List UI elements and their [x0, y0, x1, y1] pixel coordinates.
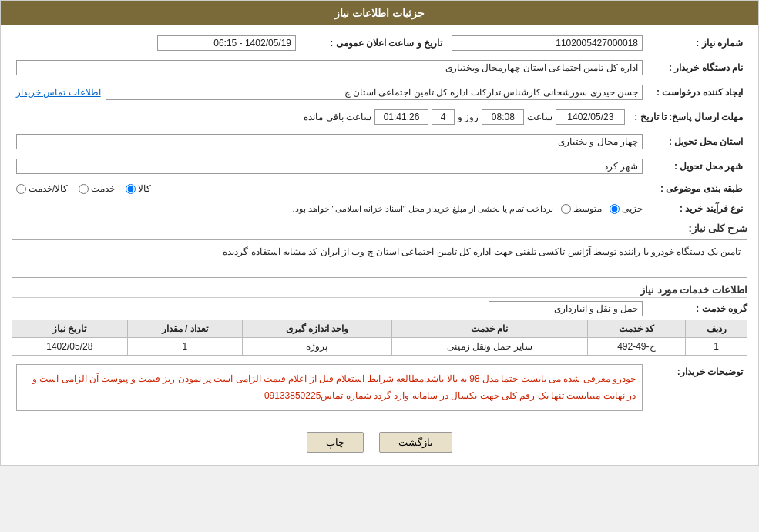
- process-type-row: نوع فرآیند خرید : جزیی متوسط پرداخت تمام…: [12, 201, 747, 216]
- cell-unit: پروژه: [242, 338, 391, 356]
- buyer-notes-text: خودرو معرفی شده می بایست حتما مدل 98 به …: [16, 364, 643, 411]
- page-container: جزئیات اطلاعات نیاز شماره نیاز : 1102005…: [0, 0, 759, 466]
- need-number-label: شماره نیاز :: [647, 33, 747, 53]
- col-name: نام خدمت: [391, 320, 587, 338]
- response-time-label: ساعت: [527, 112, 552, 122]
- cell-code: ح-49-492: [587, 338, 686, 356]
- category-label: طبقه بندی موضوعی :: [647, 181, 747, 196]
- service-group-row: گروه خدمت : حمل و نقل و انبارداری: [12, 301, 747, 316]
- response-deadline-row: مهلت ارسال پاسخ: تا تاریخ : 1402/05/23 س…: [12, 107, 747, 127]
- category-row: طبقه بندی موضوعی : کالا/خدمت خدمت کالا: [12, 181, 747, 196]
- col-quantity: تعداد / مقدار: [127, 320, 242, 338]
- buyer-org-label: نام دستگاه خریدار :: [647, 58, 747, 78]
- province-label: استان محل تحویل :: [647, 132, 747, 152]
- description-label: شرح کلی نیاز:: [12, 223, 747, 236]
- cell-name: سایر حمل ونقل زمینی: [391, 338, 587, 356]
- services-section-label: اطلاعات خدمات مورد نیاز: [12, 284, 747, 298]
- back-button[interactable]: بازگشت: [379, 432, 452, 453]
- category-kala[interactable]: کالا: [126, 183, 151, 194]
- service-group-value: حمل و نقل و انبارداری: [489, 301, 643, 316]
- response-days: 4: [432, 109, 455, 125]
- creator-label: ایجاد کننده درخواست :: [647, 82, 747, 102]
- buyer-org-row: نام دستگاه خریدار : اداره کل تامین اجتما…: [12, 58, 747, 78]
- cell-date: 1402/05/28: [12, 338, 128, 356]
- process-jozii[interactable]: جزیی: [610, 203, 643, 214]
- creator-value: جسن حیدری سورشجانی کارشناس تداركات اداره…: [106, 85, 643, 100]
- description-section: شرح کلی نیاز: تامین یک دستگاه خودرو با ر…: [12, 223, 747, 278]
- announce-date-label: تاریخ و ساعت اعلان عمومی :: [301, 33, 447, 53]
- main-content: شماره نیاز : 1102005427000018 تاریخ و سا…: [1, 25, 758, 465]
- category-kala-khadamat-label: کالا/خدمت: [29, 183, 68, 194]
- cell-row: 1: [686, 338, 747, 356]
- province-value: چهار محال و بختیاری: [16, 134, 643, 149]
- category-kala-label: کالا: [138, 183, 151, 194]
- page-header: جزئیات اطلاعات نیاز: [1, 1, 758, 25]
- buyer-org-value: اداره کل تامین اجتماعی استان چهارمحال وب…: [16, 60, 643, 75]
- header-title: جزئیات اطلاعات نیاز: [334, 7, 425, 19]
- buyer-notes-row: توضیحات خریدار: خودرو معرفی شده می بایست…: [12, 362, 747, 420]
- col-date: تاریخ نیاز: [12, 320, 128, 338]
- col-row: ردیف: [686, 320, 747, 338]
- creator-row: ایجاد کننده درخواست : اطلاعات تماس خریدا…: [12, 82, 747, 102]
- category-khadamat-label: خدمت: [91, 183, 115, 194]
- description-text: تامین یک دستگاه خودرو با راننده توسط آژا…: [12, 239, 747, 278]
- response-time: 08:08: [482, 109, 524, 125]
- city-row: شهر محل تحویل : شهر کرد: [12, 156, 747, 176]
- category-khadamat[interactable]: خدمت: [79, 183, 115, 194]
- process-jozii-label: جزیی: [622, 203, 643, 214]
- category-kala-khadamat[interactable]: کالا/خدمت: [16, 183, 68, 194]
- col-code: کد خدمت: [587, 320, 686, 338]
- process-mottasat-label: متوسط: [573, 203, 602, 214]
- cell-quantity: 1: [127, 338, 242, 356]
- response-date: 1402/05/23: [556, 109, 625, 125]
- province-row: استان محل تحویل : چهار محال و بختیاری: [12, 132, 747, 152]
- service-group-label: گروه خدمت :: [647, 303, 747, 314]
- city-value: شهر کرد: [16, 159, 643, 174]
- creator-link[interactable]: اطلاعات تماس خریدار: [16, 87, 101, 98]
- need-number-row: شماره نیاز : 1102005427000018 تاریخ و سا…: [12, 33, 747, 53]
- buyer-notes-label: توضیحات خریدار:: [647, 362, 747, 420]
- print-button[interactable]: چاپ: [307, 432, 364, 453]
- services-table: ردیف کد خدمت نام خدمت واحد اندازه گیری ت…: [12, 320, 747, 356]
- col-unit: واحد اندازه گیری: [242, 320, 391, 338]
- process-mottasat[interactable]: متوسط: [561, 203, 602, 214]
- response-days-label: روز و: [458, 112, 479, 122]
- response-remaining: 01:41:26: [374, 109, 428, 125]
- announce-date-value: 1402/05/19 - 06:15: [157, 35, 296, 51]
- services-section: اطلاعات خدمات مورد نیاز گروه خدمت : حمل …: [12, 284, 747, 356]
- response-deadline-label: مهلت ارسال پاسخ: تا تاریخ :: [630, 107, 747, 127]
- need-number-value: 1102005427000018: [452, 35, 643, 51]
- city-label: شهر محل تحویل :: [647, 156, 747, 176]
- buttons-row: بازگشت چاپ: [12, 424, 747, 457]
- process-type-note: پرداخت تمام یا بخشی از مبلغ خریداز محل "…: [292, 204, 553, 214]
- table-row: 1ح-49-492سایر حمل ونقل زمینیپروژه11402/0…: [12, 338, 747, 356]
- response-remaining-label: ساعت باقی مانده: [304, 112, 371, 122]
- process-type-label: نوع فرآیند خرید :: [647, 201, 747, 216]
